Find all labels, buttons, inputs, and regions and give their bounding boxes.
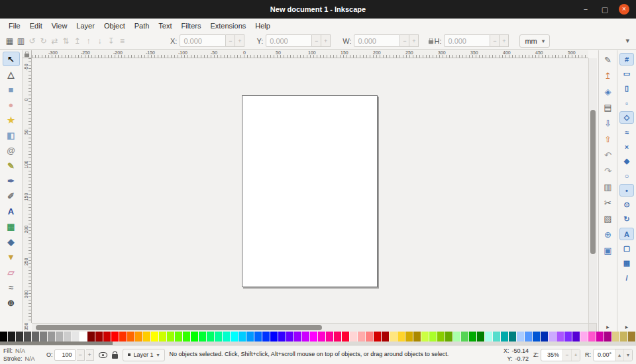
palette-swatch[interactable] xyxy=(390,332,398,341)
h-decrement-button[interactable]: − xyxy=(490,34,500,47)
transform-dialog-icon[interactable]: ≡ xyxy=(117,36,128,46)
gradient-tool[interactable]: ▦ xyxy=(3,219,20,234)
menu-item[interactable]: Object xyxy=(99,20,130,32)
import-icon[interactable]: ⇩ xyxy=(601,116,615,130)
palette-swatch[interactable] xyxy=(437,332,445,341)
palette-swatch[interactable] xyxy=(119,332,127,341)
rotate-ccw-icon[interactable]: ↺ xyxy=(26,36,38,46)
palette-swatch[interactable] xyxy=(604,332,612,341)
edit-icon[interactable]: ✎ xyxy=(601,53,615,67)
palette-swatch[interactable] xyxy=(564,332,572,341)
menu-item[interactable]: Edit xyxy=(25,20,47,32)
h-input[interactable]: 0.000 xyxy=(444,34,490,47)
palette-swatch[interactable] xyxy=(127,332,135,341)
h-increment-button[interactable]: + xyxy=(500,34,509,47)
zoom-page-icon[interactable]: ▣ xyxy=(601,244,615,257)
palette-swatch[interactable] xyxy=(183,332,191,341)
bucket-tool[interactable]: ▼ xyxy=(3,250,20,264)
palette-swatch[interactable] xyxy=(48,332,56,341)
snap-path-icon[interactable]: ≈ xyxy=(619,126,634,138)
palette-swatch[interactable] xyxy=(342,332,350,341)
palette-swatch[interactable] xyxy=(0,332,8,341)
palette-swatch[interactable] xyxy=(64,332,72,341)
palette-swatch[interactable] xyxy=(167,332,175,341)
unit-selector[interactable]: mm ▾ xyxy=(519,34,550,48)
lower-icon[interactable]: ↓ xyxy=(94,36,105,46)
export-png-icon[interactable]: ↥ xyxy=(601,69,615,83)
palette-swatch[interactable] xyxy=(612,332,620,341)
node-tool[interactable]: △ xyxy=(3,67,20,81)
snap-page-icon[interactable]: ▢ xyxy=(619,242,634,255)
palette-swatch[interactable] xyxy=(326,332,334,341)
cut-icon[interactable]: ✂ xyxy=(601,196,615,210)
palette-swatch[interactable] xyxy=(366,332,374,341)
snap-intersections-icon[interactable]: × xyxy=(619,140,634,153)
palette-swatch[interactable] xyxy=(8,332,16,341)
palette-swatch[interactable] xyxy=(453,332,461,341)
text-tool[interactable]: A xyxy=(3,204,20,218)
layer-lock-icon[interactable] xyxy=(112,354,118,359)
palette-swatch[interactable] xyxy=(24,332,32,341)
rectangle-tool[interactable]: ■ xyxy=(3,82,20,97)
opacity-increment-button[interactable]: + xyxy=(86,349,94,361)
menu-item[interactable]: Text xyxy=(154,20,176,32)
palette-swatch[interactable] xyxy=(398,332,405,341)
snap-rotation-icon[interactable]: ↻ xyxy=(619,213,634,226)
palette-swatch[interactable] xyxy=(111,332,119,341)
palette-swatch[interactable] xyxy=(572,332,580,341)
x-increment-button[interactable]: + xyxy=(235,34,244,47)
palette-swatch[interactable] xyxy=(40,332,48,341)
guides-lock-icon[interactable] xyxy=(25,53,29,57)
menu-item[interactable]: File xyxy=(4,20,25,32)
raise-to-top-icon[interactable]: ↥ xyxy=(72,36,83,46)
palette-swatch[interactable] xyxy=(159,332,167,341)
palette-swatch[interactable] xyxy=(175,332,183,341)
palette-swatch[interactable] xyxy=(469,332,477,341)
zoom-drawing-icon[interactable]: ⊕ xyxy=(601,228,615,242)
palette-swatch[interactable] xyxy=(278,332,286,341)
vertical-ruler[interactable]: -50050100150200250300350 xyxy=(23,58,32,323)
palette-swatch[interactable] xyxy=(382,332,390,341)
selection-dialog-icon[interactable]: ▦ xyxy=(4,36,15,46)
palette-swatch[interactable] xyxy=(501,332,509,341)
zoom-input[interactable]: 35% xyxy=(541,351,562,358)
pen-tool[interactable]: ✒ xyxy=(3,173,20,188)
y-increment-button[interactable]: + xyxy=(321,34,331,47)
snap-enable-icon[interactable]: # xyxy=(619,53,634,66)
spiral-tool[interactable]: @ xyxy=(3,143,20,158)
palette-swatch[interactable] xyxy=(588,332,596,341)
snap-bbox-edges-icon[interactable]: ▯ xyxy=(619,82,634,95)
palette-swatch[interactable] xyxy=(246,332,254,341)
w-input[interactable]: 0.000 xyxy=(354,34,400,47)
palette-swatch[interactable] xyxy=(334,332,342,341)
restore-button[interactable]: ▢ xyxy=(600,4,610,15)
palette-swatch[interactable] xyxy=(223,332,231,341)
palette-swatch[interactable] xyxy=(270,332,278,341)
x-decrement-button[interactable]: − xyxy=(226,34,235,47)
palette-swatch[interactable] xyxy=(413,332,421,341)
palette-swatch[interactable] xyxy=(461,332,469,341)
redo-icon[interactable]: ↷ xyxy=(601,164,615,178)
palette-swatch[interactable] xyxy=(580,332,588,341)
palette-swatch[interactable] xyxy=(525,332,533,341)
snap-cusp-icon[interactable]: ◆ xyxy=(619,155,634,167)
opacity-input[interactable]: 100 xyxy=(54,349,76,361)
menu-item[interactable]: Help xyxy=(250,20,275,32)
vertical-scrollbar-thumb[interactable] xyxy=(590,110,596,254)
layer-visibility-icon[interactable] xyxy=(99,352,107,358)
palette-swatch[interactable] xyxy=(32,332,40,341)
zoom-decrement-button[interactable]: − xyxy=(562,349,571,361)
filters-icon[interactable]: ◈ xyxy=(601,85,615,99)
menu-item[interactable]: Filters xyxy=(177,20,206,32)
snap-bbox-corners-icon[interactable]: ▫ xyxy=(619,97,634,109)
export-icon[interactable]: ⇧ xyxy=(601,132,615,146)
snap-text-icon[interactable]: A xyxy=(619,228,634,240)
minimize-button[interactable]: − xyxy=(580,4,591,15)
snap-smooth-icon[interactable]: ○ xyxy=(619,169,634,182)
palette-swatch[interactable] xyxy=(95,332,103,341)
snap-bbox-icon[interactable]: ▭ xyxy=(619,68,634,80)
ellipse-tool[interactable]: ● xyxy=(3,97,20,112)
palette-swatch[interactable] xyxy=(477,332,485,341)
snap-guide-icon[interactable]: / xyxy=(619,271,634,284)
palette-swatch[interactable] xyxy=(135,332,143,341)
